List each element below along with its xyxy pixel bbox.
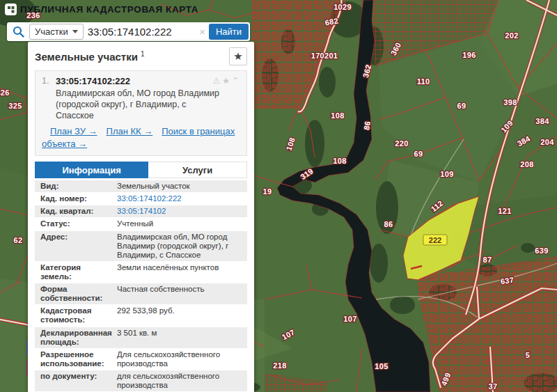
star-icon[interactable]: ★ bbox=[222, 76, 232, 86]
tab-information[interactable]: Информация bbox=[35, 162, 148, 178]
parcel-number-label[interactable]: 19 bbox=[263, 187, 272, 196]
info-row-label: Статус: bbox=[40, 219, 111, 228]
item-action-icons: ⚠★⌃ bbox=[212, 76, 241, 86]
parcel-number-label[interactable]: 220 bbox=[395, 139, 408, 148]
info-row-label: Категория земель: bbox=[40, 263, 111, 281]
parcel-number-label[interactable]: 62 bbox=[14, 236, 23, 244]
info-row: Кад. квартал:33:05:174102 bbox=[35, 205, 247, 217]
find-button[interactable]: Найти bbox=[209, 24, 249, 40]
parcel-number-label[interactable]: 326 bbox=[0, 88, 10, 97]
parcel-number-label[interactable]: 37 bbox=[489, 382, 498, 391]
favorites-button[interactable]: ★ bbox=[229, 47, 247, 65]
info-row-value: 292 533,98 руб. bbox=[117, 306, 244, 324]
collapse-icon[interactable]: ⌃ bbox=[232, 76, 241, 86]
info-row-label: Форма собственности: bbox=[40, 285, 111, 303]
info-row-value[interactable]: 33:05:174102 bbox=[117, 207, 244, 216]
info-row-value: Земли населённых пунктов bbox=[117, 263, 244, 281]
info-row: Кад. номер:33:05:174102:222 bbox=[35, 193, 247, 205]
clear-search-button[interactable]: × bbox=[196, 26, 209, 38]
info-row-label: Кад. номер: bbox=[40, 194, 111, 203]
parcel-number-label[interactable]: 1029 bbox=[334, 3, 352, 11]
parcel-number-label[interactable]: 121 bbox=[498, 207, 511, 215]
pkk-logo-icon bbox=[5, 3, 17, 15]
app-title: ПУБЛИЧНАЯ КАДАСТРОВАЯ КАРТА bbox=[20, 4, 198, 15]
info-row-value: Владимирская обл, МО город Владимир (гор… bbox=[117, 233, 244, 260]
parcel-list-item[interactable]: 1. 33:05:174102:222 ⚠★⌃ Владимирская обл… bbox=[35, 70, 247, 156]
parcel-number-label[interactable]: 86 bbox=[362, 120, 372, 131]
parcel-number-label[interactable]: 69 bbox=[414, 150, 423, 158]
parcel-number-label[interactable]: 69 bbox=[457, 102, 466, 110]
app-window: 2361029682170201360362202196110693983841… bbox=[0, 0, 557, 392]
info-row-label: Кадастровая стоимость: bbox=[40, 306, 111, 324]
info-row: Декларированная площадь:3 501 кв. м bbox=[35, 327, 247, 348]
search-bar: Участки × Найти bbox=[7, 22, 250, 41]
parcel-number-label[interactable]: 108 bbox=[331, 111, 344, 120]
parcel-number-label[interactable]: 398 bbox=[503, 98, 517, 107]
info-row-label: Разрешенное использование: bbox=[40, 350, 111, 368]
parcel-number-label[interactable]: 108 bbox=[333, 157, 346, 165]
panel-title: Земельные участки 1 bbox=[35, 50, 145, 63]
info-row-label: Декларированная площадь: bbox=[40, 329, 111, 347]
selected-parcel-chip-label: 222 bbox=[429, 236, 441, 244]
parcel-number-label[interactable]: 204 bbox=[540, 138, 554, 146]
parcel-number-label[interactable]: 325 bbox=[8, 102, 22, 110]
search-category-label: Участки bbox=[35, 26, 68, 37]
info-row: Статус:Учтенный bbox=[35, 218, 247, 230]
info-row-value: для сельскохозяйственного производства bbox=[117, 372, 244, 390]
parcel-info-table: Вид:Земельный участокКад. номер:33:05:17… bbox=[35, 180, 247, 391]
tab-services[interactable]: Услуги bbox=[148, 162, 247, 178]
info-row-label: по документу: bbox=[40, 372, 111, 390]
info-row: по документу:для сельскохозяйственного п… bbox=[35, 370, 247, 391]
info-row: Форма собственности:Частная собственност… bbox=[35, 283, 247, 304]
info-row-value: Земельный участок bbox=[117, 182, 244, 191]
item-links: План ЗУ →План КК →Поиск в границах объек… bbox=[42, 125, 240, 150]
parcel-number-label[interactable]: 105 bbox=[375, 362, 388, 370]
chevron-down-icon bbox=[72, 30, 78, 33]
parcel-number-label[interactable]: 107 bbox=[343, 315, 356, 323]
search-icon[interactable] bbox=[7, 26, 29, 38]
result-count: 1 bbox=[141, 50, 145, 58]
warning-icon[interactable]: ⚠ bbox=[212, 76, 222, 86]
info-row-value: 3 501 кв. м bbox=[117, 329, 244, 347]
info-row-value: Частная собственность bbox=[117, 285, 244, 303]
parcel-info-panel: Земельные участки 1 ★ 1. 33:05:174102:22… bbox=[28, 42, 254, 392]
plan-kk-link[interactable]: План КК → bbox=[107, 126, 153, 136]
parcel-number-label[interactable]: 202 bbox=[505, 31, 518, 40]
parcel-number-label[interactable]: 208 bbox=[520, 160, 533, 168]
search-category-dropdown[interactable]: Участки bbox=[29, 24, 84, 40]
app-header: ПУБЛИЧНАЯ КАДАСТРОВАЯ КАРТА bbox=[5, 3, 198, 15]
plan-zu-link[interactable]: План ЗУ → bbox=[50, 126, 97, 136]
item-cadastral-number: 33:05:174102:222 bbox=[56, 76, 130, 86]
parcel-number-label[interactable]: 639 bbox=[535, 246, 548, 255]
parcel-number-label[interactable]: 110 bbox=[417, 77, 430, 86]
info-row: Разрешенное использование:Для сельскохоз… bbox=[35, 349, 247, 370]
info-row-value[interactable]: 33:05:174102:222 bbox=[117, 194, 244, 203]
info-row-label: Адрес: bbox=[40, 233, 111, 260]
item-address: Владимирская обл, МО город Владимир (гор… bbox=[56, 88, 223, 121]
search-input[interactable] bbox=[84, 26, 196, 38]
info-row-value: Учтенный bbox=[117, 219, 244, 228]
parcel-number-label[interactable]: 109 bbox=[440, 170, 453, 178]
info-row-label: Вид: bbox=[40, 182, 111, 191]
parcel-number-label[interactable]: 170201 bbox=[311, 52, 338, 60]
parcel-number-label[interactable]: 86 bbox=[384, 220, 393, 228]
parcel-number-label[interactable]: 218 bbox=[273, 361, 286, 370]
tab-bar: ИнформацияУслуги bbox=[35, 162, 247, 178]
parcel-number-label[interactable]: 196 bbox=[462, 51, 476, 59]
info-row: Кадастровая стоимость:292 533,98 руб. bbox=[35, 305, 247, 326]
info-row-label: Кад. квартал: bbox=[40, 207, 111, 216]
info-row: Категория земель:Земли населённых пункто… bbox=[35, 262, 247, 283]
info-row: Адрес:Владимирская обл, МО город Владими… bbox=[35, 231, 247, 261]
info-row: Вид:Земельный участок bbox=[35, 180, 247, 192]
item-index: 1. bbox=[42, 76, 56, 86]
info-row-value: Для сельскохозяйственного производства bbox=[117, 350, 244, 368]
parcel-number-label[interactable]: 5 bbox=[526, 351, 530, 359]
parcel-number-label[interactable]: 87 bbox=[483, 256, 492, 264]
parcel-number-label[interactable]: 384 bbox=[535, 117, 549, 125]
